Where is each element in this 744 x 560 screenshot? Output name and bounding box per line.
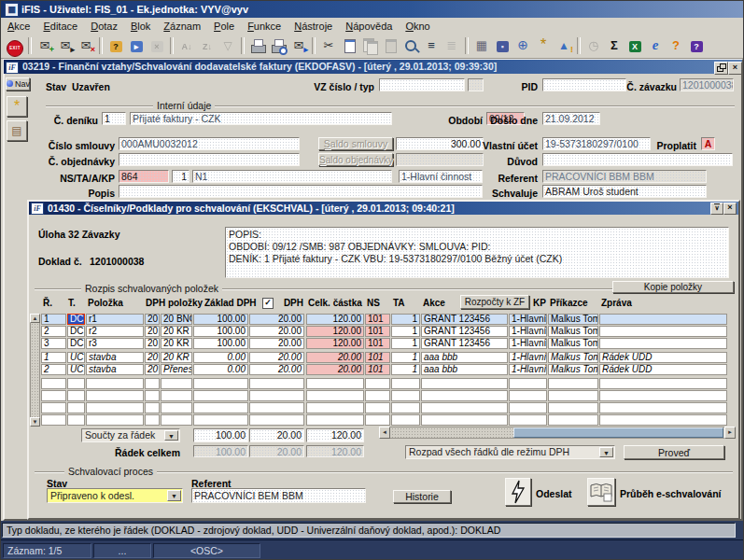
menu-nastroje[interactable]: Nástroje bbox=[288, 18, 339, 35]
cell-dph[interactable] bbox=[249, 390, 304, 401]
cell-sazba[interactable]: 20 bbox=[145, 314, 160, 325]
cell-celkem[interactable] bbox=[306, 390, 364, 401]
cell-kp[interactable] bbox=[509, 414, 547, 426]
cell-t[interactable]: UC bbox=[67, 364, 85, 375]
cell-celkem[interactable] bbox=[306, 414, 364, 426]
cell-sazba[interactable] bbox=[145, 414, 160, 426]
cell-t[interactable] bbox=[67, 402, 85, 413]
rozpocty-button[interactable]: Rozpočty k ZF bbox=[460, 295, 529, 309]
print-preview-icon[interactable] bbox=[269, 36, 288, 55]
cell-ns[interactable] bbox=[365, 402, 390, 413]
cell-rezim[interactable]: Přenese bbox=[161, 364, 192, 375]
chevron-down-icon[interactable]: ▼ bbox=[164, 430, 178, 441]
saldo-objednavky-button[interactable]: Saldo objednávky bbox=[318, 153, 393, 166]
menu-dotaz[interactable]: Dotaz bbox=[84, 18, 124, 35]
qry-enter-icon[interactable]: ? bbox=[106, 36, 125, 55]
cell-dph[interactable]: 20.00 bbox=[249, 338, 304, 349]
popis-field[interactable] bbox=[119, 185, 483, 198]
cell-r[interactable]: 3 bbox=[41, 338, 66, 349]
menu-okno[interactable]: Okno bbox=[399, 18, 436, 35]
cell-rezim[interactable] bbox=[161, 402, 192, 413]
cell-zaklad[interactable]: 100.00 bbox=[193, 314, 248, 325]
menu-zaznam[interactable]: Záznam bbox=[157, 18, 207, 35]
cell-celkem[interactable]: 120.00 bbox=[306, 314, 364, 325]
cell-ta[interactable]: 1 bbox=[391, 338, 420, 349]
historie-button[interactable]: Historie bbox=[393, 490, 451, 503]
cell-celkem[interactable] bbox=[306, 378, 364, 389]
cell-polozka[interactable]: stavba bbox=[86, 352, 144, 363]
cell-celkem[interactable] bbox=[306, 402, 364, 413]
find-icon[interactable] bbox=[401, 36, 420, 55]
wheel-icon[interactable]: * bbox=[534, 36, 553, 55]
cell-kp[interactable]: 1-Hlavní bbox=[509, 314, 547, 325]
restore-window-button[interactable] bbox=[714, 62, 728, 75]
cell-zaklad[interactable] bbox=[193, 402, 248, 413]
disk-icon[interactable]: ▪ bbox=[493, 36, 512, 55]
cell-akce[interactable] bbox=[421, 402, 508, 413]
cell-akce[interactable] bbox=[421, 414, 508, 426]
cell-kp[interactable]: 1-Hlavní bbox=[509, 352, 547, 363]
cell-t[interactable]: DC bbox=[67, 338, 85, 349]
list-icon[interactable]: ≡ bbox=[422, 36, 441, 55]
stav2-select[interactable]: Připraveno k odesl. ▼ bbox=[47, 488, 183, 503]
kp-field[interactable]: 1-Hlavní činnost bbox=[399, 170, 483, 183]
cell-zprava[interactable] bbox=[599, 314, 727, 325]
cell-akce[interactable]: GRANT 123456 bbox=[421, 314, 508, 325]
menu-editace[interactable]: Editace bbox=[36, 18, 84, 35]
table-scroll-up-button[interactable]: ▲ bbox=[30, 314, 40, 323]
cell-ns[interactable]: 101 bbox=[365, 364, 390, 375]
rec-insert-icon[interactable]: ✉+ bbox=[35, 36, 54, 55]
mail-send-icon[interactable]: ✉▸ bbox=[289, 36, 308, 55]
odeslat-label[interactable]: Odeslat bbox=[536, 487, 572, 500]
cell-dph[interactable]: 20.00 bbox=[249, 364, 304, 375]
cell-ta[interactable] bbox=[391, 414, 420, 426]
h-scroll-thumb[interactable] bbox=[513, 427, 723, 438]
sidebar-tool-2-button[interactable]: ▤ bbox=[7, 120, 27, 141]
objednavka-field[interactable] bbox=[119, 153, 300, 166]
zaklad-checkbox[interactable]: ✓ bbox=[262, 298, 274, 309]
cell-celkem[interactable]: 120.00 bbox=[306, 326, 364, 337]
soucty-select[interactable]: Součty za řádek ▼ bbox=[81, 428, 180, 442]
qry-run-icon[interactable]: ▸ bbox=[127, 36, 146, 55]
cell-zprava[interactable] bbox=[599, 378, 727, 389]
cell-polozka[interactable]: r3 bbox=[86, 338, 144, 349]
vlastni-ucet-field[interactable]: 19-5373180297/0100 bbox=[542, 137, 651, 150]
cell-polozka[interactable]: r2 bbox=[86, 326, 144, 337]
ns-field[interactable]: 864 bbox=[119, 170, 169, 183]
cell-prikazce[interactable]: Malkus Tomáš bbox=[548, 352, 598, 363]
cell-ns[interactable]: 101 bbox=[365, 352, 390, 363]
cell-ta[interactable]: 1 bbox=[391, 364, 420, 375]
help-orange-icon[interactable]: ? bbox=[667, 36, 685, 55]
browser-icon[interactable]: e bbox=[646, 36, 665, 55]
cell-zaklad[interactable]: 0.00 bbox=[193, 364, 248, 375]
window-ekdofasv-titlebar[interactable]: iF03219 - Finanční vztahy/Schvalování do… bbox=[4, 60, 742, 74]
menu-blok[interactable]: Blok bbox=[124, 18, 157, 35]
nav-button[interactable]: Nav bbox=[6, 77, 30, 91]
ta-field[interactable]: 1 bbox=[172, 170, 190, 183]
h-scroll-right-button[interactable]: ► bbox=[724, 427, 736, 439]
proplatit-field[interactable]: A bbox=[701, 137, 715, 150]
cell-ns[interactable] bbox=[365, 414, 390, 426]
menu-napoveda[interactable]: Nápověda bbox=[339, 18, 399, 35]
schvaluje-field[interactable]: ABRAM Uroš student bbox=[542, 185, 707, 198]
cell-ns[interactable] bbox=[365, 390, 390, 401]
cell-prikazce[interactable] bbox=[548, 414, 598, 426]
close-window-button[interactable]: × bbox=[728, 62, 742, 75]
cell-kp[interactable]: 1-Hlavní bbox=[509, 364, 547, 375]
cell-ta[interactable]: 1 bbox=[391, 314, 420, 325]
zavazek-field[interactable]: 1201000038 bbox=[680, 78, 734, 91]
chevron-down-icon[interactable]: ▼ bbox=[599, 447, 613, 457]
cell-t[interactable] bbox=[67, 390, 85, 401]
smlouva-field[interactable]: 000AMU0032012 bbox=[119, 137, 300, 150]
sigma-icon[interactable]: Σ bbox=[605, 36, 624, 55]
prubeh-button[interactable] bbox=[587, 478, 615, 506]
sidebar-tool-1-button[interactable]: * bbox=[7, 96, 27, 117]
cell-sazba[interactable]: 20 bbox=[145, 338, 160, 349]
exit-icon[interactable]: EXIT bbox=[6, 36, 24, 55]
cell-ta[interactable]: 1 bbox=[391, 352, 420, 363]
cell-ns[interactable]: 101 bbox=[365, 338, 390, 349]
cell-zaklad[interactable]: 0.00 bbox=[193, 352, 248, 363]
rozpad-select[interactable]: Rozpad všech řádků dle režimu DPH ▼ bbox=[405, 445, 615, 459]
cell-t[interactable] bbox=[67, 414, 85, 426]
cell-sazba[interactable] bbox=[145, 378, 160, 389]
